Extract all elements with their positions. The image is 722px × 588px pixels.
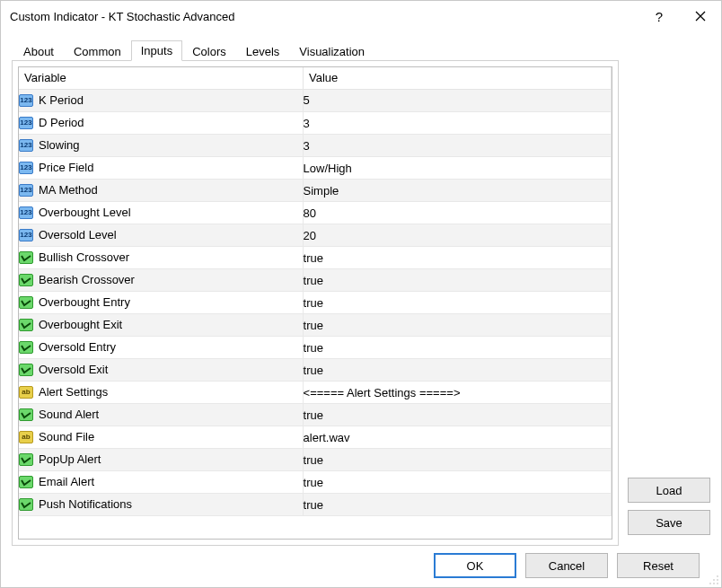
client-area: AboutCommonInputsColorsLevelsVisualizati… <box>1 31 721 587</box>
value-cell[interactable]: 80 <box>304 202 612 224</box>
resize-grip[interactable] <box>707 573 719 585</box>
variable-cell[interactable]: Sound Alert <box>19 404 304 426</box>
value-cell[interactable]: Simple <box>304 180 612 202</box>
variable-cell[interactable]: 123Slowing <box>19 135 304 157</box>
variable-name: Overbought Entry <box>39 295 130 309</box>
value-cell[interactable]: true <box>304 471 612 494</box>
tab-inputs[interactable]: Inputs <box>131 40 182 61</box>
table-row[interactable]: 123Oversold Level20 <box>19 224 612 247</box>
table-row[interactable]: Oversold Entrytrue <box>19 337 612 359</box>
tab-about[interactable]: About <box>13 41 64 61</box>
table-row[interactable]: Sound Alerttrue <box>19 404 612 426</box>
boolean-type-icon <box>19 296 33 309</box>
titlebar: Custom Indicator - KT Stochastic Advance… <box>1 1 721 31</box>
value-cell[interactable]: true <box>304 269 612 292</box>
table-row[interactable]: PopUp Alerttrue <box>19 449 612 471</box>
variable-cell[interactable]: Push Notifications <box>19 494 304 516</box>
numeric-type-icon: 123 <box>19 94 33 107</box>
tab-levels[interactable]: Levels <box>236 41 290 61</box>
variable-name: Price Field <box>39 161 93 174</box>
side-buttons: Load Save <box>628 60 710 546</box>
table-row[interactable]: Overbought Exittrue <box>19 314 612 337</box>
table-row[interactable]: 123Price FieldLow/High <box>19 157 612 180</box>
variable-cell[interactable]: abAlert Settings <box>19 382 304 404</box>
variable-cell[interactable]: 123MA Method <box>19 180 304 202</box>
boolean-type-icon <box>19 319 33 331</box>
tabpanel-row: Variable Value 123K Period5123D Period31… <box>12 60 710 546</box>
tab-colors[interactable]: Colors <box>182 41 236 61</box>
numeric-type-icon: 123 <box>19 162 33 174</box>
table-row[interactable]: 123K Period5 <box>19 89 612 112</box>
numeric-type-icon: 123 <box>19 184 33 197</box>
help-button[interactable]: ? <box>638 1 680 31</box>
ok-button[interactable]: OK <box>434 553 516 578</box>
table-row[interactable]: Bullish Crossovertrue <box>19 247 612 269</box>
close-button[interactable] <box>680 1 721 31</box>
value-cell[interactable]: true <box>304 247 612 269</box>
load-button[interactable]: Load <box>628 478 710 503</box>
variable-name: Alert Settings <box>39 385 108 399</box>
variable-cell[interactable]: PopUp Alert <box>19 449 304 471</box>
variable-cell[interactable]: 123Price Field <box>19 157 304 180</box>
tab-visualization[interactable]: Visualization <box>289 41 374 61</box>
cancel-button[interactable]: Cancel <box>525 553 608 578</box>
variable-cell[interactable]: Bullish Crossover <box>19 247 304 269</box>
variable-cell[interactable]: abSound File <box>19 426 304 449</box>
variable-name: Email Alert <box>39 475 94 488</box>
value-cell[interactable]: true <box>304 404 612 426</box>
value-cell[interactable]: <===== Alert Settings =====> <box>304 382 612 404</box>
boolean-type-icon <box>19 408 33 421</box>
numeric-type-icon: 123 <box>19 206 33 219</box>
table-row[interactable]: Push Notificationstrue <box>19 494 612 516</box>
value-cell[interactable]: true <box>304 337 612 359</box>
value-cell[interactable]: true <box>304 314 612 337</box>
variable-cell[interactable]: 123D Period <box>19 112 304 135</box>
boolean-type-icon <box>19 341 33 354</box>
inputs-grid[interactable]: Variable Value 123K Period5123D Period31… <box>18 66 612 540</box>
value-cell[interactable]: true <box>304 292 612 314</box>
value-cell[interactable]: 20 <box>304 224 612 247</box>
boolean-type-icon <box>19 251 33 264</box>
variable-cell[interactable]: Oversold Exit <box>19 359 304 382</box>
variable-cell[interactable]: Overbought Entry <box>19 292 304 314</box>
col-header-value[interactable]: Value <box>304 67 612 89</box>
value-cell[interactable]: 3 <box>304 112 612 135</box>
table-row[interactable]: abSound Filealert.wav <box>19 426 612 449</box>
table-row[interactable]: 123Slowing3 <box>19 135 612 157</box>
numeric-type-icon: 123 <box>19 139 33 152</box>
tab-common[interactable]: Common <box>64 41 131 61</box>
variable-name: Sound File <box>39 430 94 443</box>
save-button[interactable]: Save <box>628 510 710 535</box>
reset-button[interactable]: Reset <box>617 553 700 578</box>
boolean-type-icon <box>19 274 33 286</box>
table-row[interactable]: 123MA MethodSimple <box>19 180 612 202</box>
table-row[interactable]: Bearish Crossovertrue <box>19 269 612 292</box>
table-row[interactable]: Email Alerttrue <box>19 471 612 494</box>
table-row[interactable]: abAlert Settings<===== Alert Settings ==… <box>19 382 612 404</box>
variable-cell[interactable]: 123K Period <box>19 90 304 112</box>
window-title: Custom Indicator - KT Stochastic Advance… <box>10 10 638 23</box>
value-cell[interactable]: alert.wav <box>304 426 612 449</box>
value-cell[interactable]: true <box>304 494 612 516</box>
variable-cell[interactable]: Email Alert <box>19 471 304 494</box>
table-row[interactable]: 123D Period3 <box>19 112 612 135</box>
resize-grip-icon <box>707 573 719 585</box>
numeric-type-icon: 123 <box>19 117 33 129</box>
variable-name: PopUp Alert <box>39 452 101 466</box>
table-row[interactable]: 123Overbought Level80 <box>19 202 612 224</box>
variable-cell[interactable]: Oversold Entry <box>19 337 304 359</box>
value-cell[interactable]: 5 <box>304 89 612 112</box>
variable-cell[interactable]: 123Oversold Level <box>19 224 304 247</box>
table-row[interactable]: Overbought Entrytrue <box>19 292 612 314</box>
value-cell[interactable]: true <box>304 359 612 382</box>
value-cell[interactable]: true <box>304 449 612 471</box>
variable-cell[interactable]: Overbought Exit <box>19 314 304 337</box>
variable-name: D Period <box>39 116 84 129</box>
value-cell[interactable]: Low/High <box>304 157 612 180</box>
variable-cell[interactable]: 123Overbought Level <box>19 202 304 224</box>
col-header-variable[interactable]: Variable <box>19 67 304 89</box>
table-row[interactable]: Oversold Exittrue <box>19 359 612 382</box>
value-cell[interactable]: 3 <box>304 135 612 157</box>
variable-cell[interactable]: Bearish Crossover <box>19 269 304 292</box>
dialog-window: Custom Indicator - KT Stochastic Advance… <box>0 0 722 588</box>
